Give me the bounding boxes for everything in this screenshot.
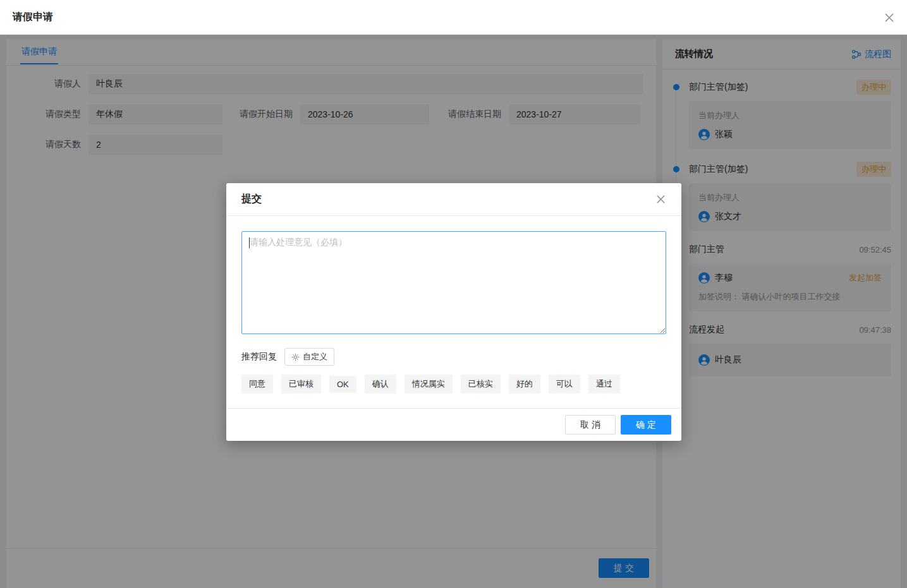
modal-header: 提交	[226, 183, 681, 216]
modal-title: 提交	[241, 193, 262, 206]
modal-body: 推荐回复 自定义 同意 已审核 OK 确认 情况属实 已核实 好的 可以 通	[226, 216, 681, 409]
quick-reply-chip[interactable]: 可以	[549, 375, 580, 393]
quick-reply-chip[interactable]: 好的	[509, 375, 540, 393]
customize-button-label: 自定义	[303, 351, 327, 363]
page-title: 请假申请	[13, 11, 53, 24]
customize-button[interactable]: 自定义	[284, 348, 334, 366]
quick-reply-chip[interactable]: 通过	[588, 375, 620, 393]
modal-footer: 取 消 确 定	[226, 408, 681, 441]
quick-reply-chip[interactable]: 同意	[241, 375, 273, 393]
cancel-button[interactable]: 取 消	[565, 415, 616, 435]
gear-icon	[291, 353, 300, 361]
page-header: 请假申请	[0, 0, 907, 35]
quick-reply-chip[interactable]: 确认	[365, 375, 396, 393]
quick-reply-chip[interactable]: OK	[329, 376, 356, 393]
suggest-row: 推荐回复 自定义	[241, 348, 666, 366]
quick-reply-chip[interactable]: 情况属实	[405, 375, 453, 393]
page-close-icon[interactable]	[884, 12, 895, 23]
page: 请假申请 请假申请 请假人 叶良辰 请假类型 年休假 请假开始日期 2023-1…	[0, 0, 907, 588]
suggest-label: 推荐回复	[241, 351, 277, 363]
opinion-textarea-wrap	[241, 231, 666, 336]
quick-reply-chip[interactable]: 已核实	[461, 375, 501, 393]
confirm-button[interactable]: 确 定	[621, 415, 671, 435]
quick-reply-chip[interactable]: 已审核	[281, 375, 321, 393]
text-caret	[249, 237, 250, 248]
modal-close-icon[interactable]	[655, 194, 666, 205]
opinion-textarea[interactable]	[241, 231, 666, 334]
quick-reply-chips: 同意 已审核 OK 确认 情况属实 已核实 好的 可以 通过	[241, 375, 666, 393]
submit-modal: 提交 推荐回复 自定义 同意	[226, 183, 681, 441]
